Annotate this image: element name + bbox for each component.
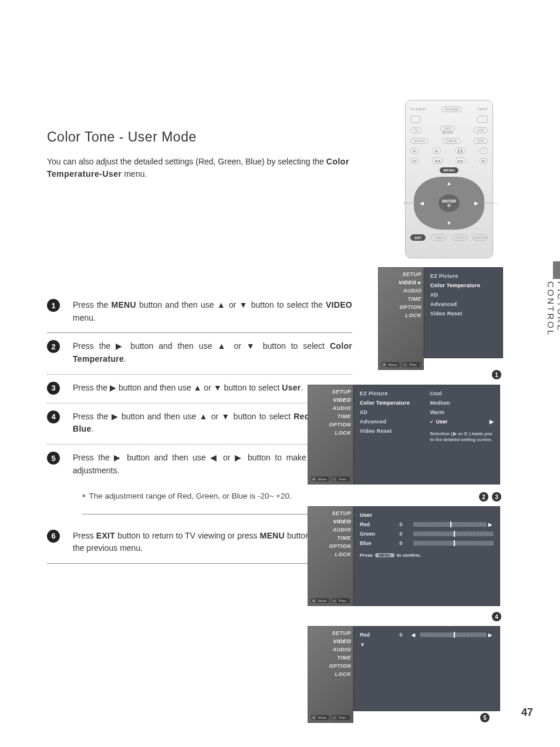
step-1: 1 Press the MENU button and then use ▲ o… bbox=[47, 292, 352, 333]
blue-slider bbox=[413, 541, 494, 546]
ref-badge-1: 1 bbox=[492, 370, 501, 379]
up-arrow-icon: ▲ bbox=[447, 180, 452, 186]
ref-badge-2-3: 23 bbox=[479, 492, 501, 502]
steps-list: 1 Press the MENU button and then use ▲ o… bbox=[47, 292, 352, 564]
section-tab-bar bbox=[553, 261, 560, 279]
red-adjust-slider bbox=[420, 632, 487, 637]
step-4: 4 Press the ▶ button and then use ▲ or ▼… bbox=[47, 403, 352, 445]
enter-button: ENTER ⊙ bbox=[438, 194, 460, 212]
ref-badge-5: 5 bbox=[480, 713, 490, 722]
adjustment-note: ■The adjustment range of Red, Green, or … bbox=[82, 490, 346, 514]
ref-badge-4: 4 bbox=[492, 612, 501, 621]
down-arrow-icon: ▼ bbox=[447, 220, 452, 226]
page-number: 47 bbox=[521, 706, 533, 719]
green-slider bbox=[413, 531, 494, 536]
section-tab: PICTURE CONTROL bbox=[542, 261, 560, 367]
osd-screenshot-3: SETUP VIDEO AUDIO TIME OPTION LOCK ⊕ Mov… bbox=[308, 506, 500, 606]
left-arrow-icon: ◀ bbox=[420, 200, 424, 206]
osd-screenshot-2: SETUP VIDEO AUDIO TIME OPTION LOCK ⊕ Mov… bbox=[308, 385, 500, 484]
remote-graphic: TV INPUT POWER INPUT TV DVD MODE VCR AUD… bbox=[405, 100, 493, 258]
red-slider bbox=[413, 522, 487, 527]
dpad: BRIGHT - BRIGHT + ▲ ▼ ◀ ▶ ENTER ⊙ bbox=[414, 177, 484, 230]
osd-screenshot-1: SETUP VIDEO ▸ AUDIO TIME OPTION LOCK ⊕ M… bbox=[378, 267, 503, 370]
power-button: POWER bbox=[441, 106, 462, 112]
check-icon: ✓ bbox=[430, 419, 434, 425]
menu-button: MENU bbox=[440, 167, 458, 173]
step-2: 2 Press the ▶ button and then use ▲ or ▼… bbox=[47, 333, 352, 374]
step-5: 5 Press the ▶ button and then use ◀ or ▶… bbox=[47, 445, 352, 485]
exit-button: EXIT bbox=[410, 234, 426, 241]
right-arrow-icon: ▶ bbox=[474, 200, 478, 206]
osd-screenshot-4: SETUP VIDEO AUDIO TIME OPTION LOCK ⊕ Mov… bbox=[308, 626, 500, 723]
intro-text: You can also adjust the detailed setting… bbox=[47, 156, 352, 180]
step-3: 3 Press the ▶ button and then use ▲ or ▼… bbox=[47, 375, 352, 403]
step-6: 6 Press EXIT button to return to TV view… bbox=[47, 523, 352, 564]
section-tab-label: PICTURE CONTROL bbox=[546, 281, 560, 387]
